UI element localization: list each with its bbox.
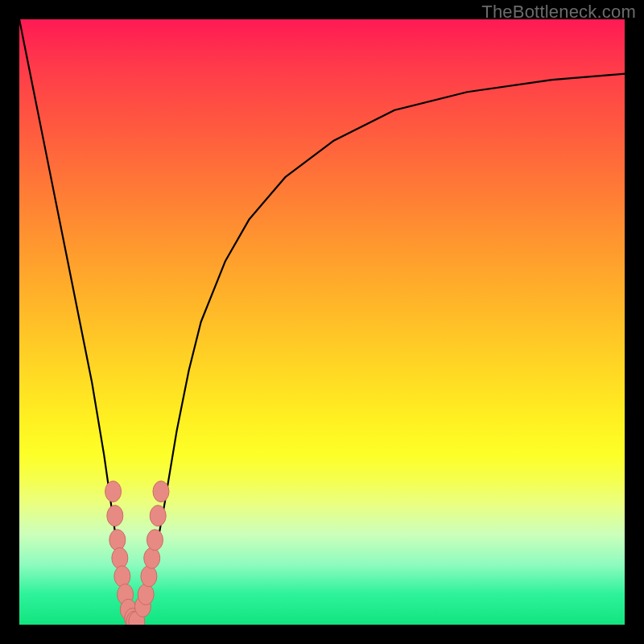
data-marker	[114, 566, 130, 587]
data-marker	[138, 584, 154, 605]
curve-layer	[19, 19, 625, 625]
chart-frame: TheBottleneck.com	[0, 0, 644, 644]
data-marker	[105, 481, 122, 502]
marker-layer	[105, 481, 169, 625]
data-marker	[109, 530, 126, 551]
data-marker	[112, 547, 128, 568]
data-marker	[153, 481, 169, 502]
chart-svg	[19, 19, 625, 625]
plot-area	[19, 19, 625, 625]
bottleneck-curve	[19, 19, 625, 625]
data-marker	[107, 506, 123, 526]
data-marker	[147, 530, 163, 551]
data-marker	[144, 547, 160, 568]
data-marker	[141, 566, 157, 587]
data-marker	[150, 506, 166, 526]
